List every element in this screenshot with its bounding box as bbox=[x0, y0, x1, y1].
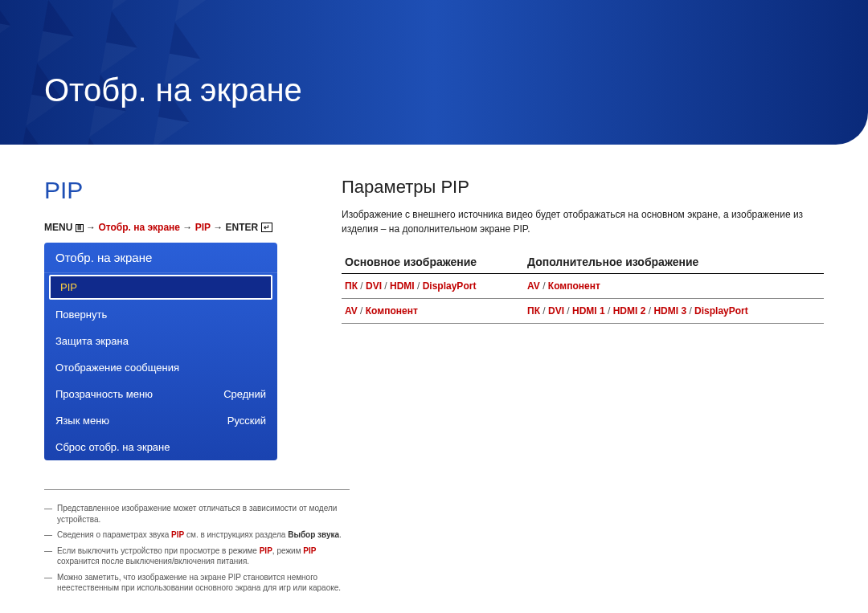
footnote-4: ― Можно заметить, что изображение на экр… bbox=[44, 572, 350, 594]
osd-item-label: Защита экрана bbox=[55, 335, 129, 347]
table-cell: ПК / DVI / HDMI / DisplayPort bbox=[342, 274, 524, 299]
breadcrumb-enter-label: ENTER bbox=[225, 222, 258, 233]
footnote-3: ― Если выключить устройство при просмотр… bbox=[44, 546, 350, 567]
osd-menu-panel: Отобр. на экране PIPПовернутьЗащита экра… bbox=[44, 243, 277, 460]
osd-menu-item[interactable]: Отображение сообщения bbox=[44, 354, 277, 381]
breadcrumb-arrow: → bbox=[182, 222, 194, 233]
footnote-2: ― Сведения о параметрах звука PIP см. в … bbox=[44, 529, 350, 541]
table-cell: AV / Компонент bbox=[342, 299, 524, 324]
osd-menu-item[interactable]: Язык менюРусский bbox=[44, 407, 277, 434]
breadcrumb-arrow: → bbox=[213, 222, 225, 233]
table-header-sub: Дополнительное изображение bbox=[524, 251, 824, 274]
osd-menu-item[interactable]: Сброс отобр. на экране bbox=[44, 434, 277, 460]
osd-item-label: Повернуть bbox=[55, 309, 107, 321]
breadcrumb-step-1: Отобр. на экране bbox=[98, 222, 180, 233]
table-row: AV / КомпонентПК / DVI / HDMI 1 / HDMI 2… bbox=[342, 299, 824, 324]
menu-breadcrumb: MENU Ⅲ → Отобр. на экране → PIP → ENTER … bbox=[44, 222, 285, 233]
osd-item-label: Язык меню bbox=[55, 415, 109, 427]
footnote-1: ― Представленное изображение может отлич… bbox=[44, 503, 350, 525]
footnotes: ― Представленное изображение может отлич… bbox=[44, 489, 350, 594]
pip-sources-table: Основное изображение Дополнительное изоб… bbox=[342, 251, 824, 324]
breadcrumb-step-2: PIP bbox=[195, 222, 211, 233]
table-row: ПК / DVI / HDMI / DisplayPortAV / Компон… bbox=[342, 274, 824, 299]
osd-menu-item[interactable]: Повернуть bbox=[44, 301, 277, 328]
osd-item-value: Средний bbox=[223, 388, 266, 400]
osd-item-label: Прозрачность меню bbox=[55, 388, 153, 400]
menu-button-icon: Ⅲ bbox=[76, 224, 84, 232]
chapter-banner: Отобр. на экране bbox=[0, 0, 868, 145]
table-cell: AV / Компонент bbox=[524, 274, 824, 299]
table-header-main: Основное изображение bbox=[342, 251, 524, 274]
osd-item-label: Сброс отобр. на экране bbox=[55, 441, 170, 453]
footnote-text: Представленное изображение может отличат… bbox=[57, 503, 350, 525]
osd-menu-item[interactable]: PIP bbox=[49, 275, 272, 300]
enter-button-icon: ↵ bbox=[261, 223, 272, 232]
breadcrumb-menu-label: MENU bbox=[44, 222, 72, 233]
osd-menu-item[interactable]: Прозрачность менюСредний bbox=[44, 381, 277, 407]
breadcrumb-arrow: → bbox=[86, 222, 98, 233]
section-description: Изображение с внешнего источника видео б… bbox=[342, 207, 824, 236]
osd-item-value: Русский bbox=[227, 415, 266, 427]
osd-item-label: Отображение сообщения bbox=[55, 362, 179, 374]
footnote-text: Можно заметить, что изображение на экран… bbox=[57, 572, 350, 594]
osd-menu-header: Отобр. на экране bbox=[44, 243, 277, 273]
table-cell: ПК / DVI / HDMI 1 / HDMI 2 / HDMI 3 / Di… bbox=[524, 299, 824, 324]
section-heading-params: Параметры PIP bbox=[342, 177, 824, 198]
osd-menu-item[interactable]: Защита экрана bbox=[44, 328, 277, 354]
chapter-title: Отобр. на экране bbox=[44, 72, 302, 108]
osd-item-label: PIP bbox=[60, 281, 77, 293]
section-heading-pip: PIP bbox=[44, 177, 285, 204]
